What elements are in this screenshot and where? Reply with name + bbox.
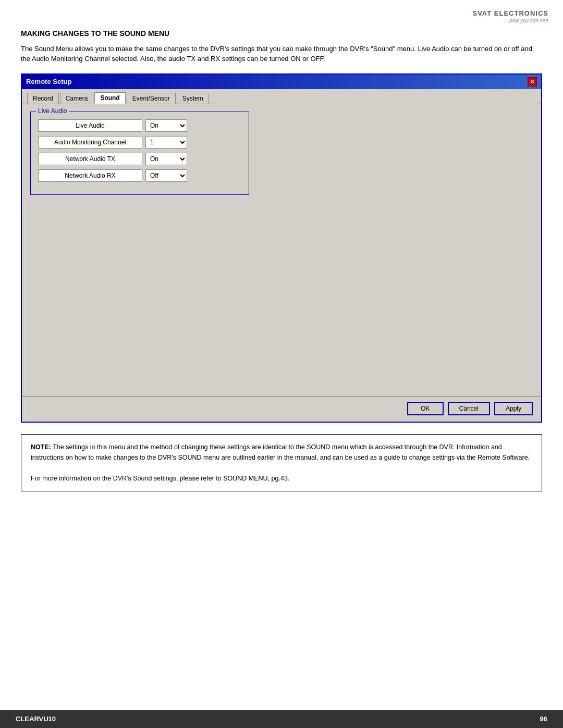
setting-select-3[interactable]: OnOff [145,169,187,182]
live-audio-group: Live Audio Live AudioOnOffAudio Monitori… [30,112,249,195]
setting-label: Audio Monitoring Channel [38,136,142,149]
tab-sound[interactable]: Sound [94,92,125,104]
body-text: The Sound Menu allows you to make the sa… [21,44,542,64]
setting-select-0[interactable]: OnOff [145,119,187,132]
note-text2: For more information on the DVR's Sound … [31,473,532,484]
setting-row: Network Audio RXOnOff [38,169,241,182]
page-content: Making Changes to the Sound Menu The Sou… [0,29,563,491]
ok-button[interactable]: OK [407,402,444,415]
tab-system[interactable]: System [177,93,209,104]
dialog-title: Remote Setup [26,78,71,85]
remote-setup-dialog: Remote Setup ✕ RecordCameraSoundEvent/Se… [21,73,542,423]
setting-select-2[interactable]: OnOff [145,153,187,165]
setting-row: Live AudioOnOff [38,119,241,132]
setting-label: Network Audio TX [38,153,142,165]
apply-button[interactable]: Apply [494,402,533,415]
setting-label: Network Audio RX [38,169,142,182]
section-heading: Making Changes to the Sound Menu [21,29,542,38]
setting-row: Audio Monitoring Channel1234 [38,136,241,149]
setting-label: Live Audio [38,119,142,132]
cancel-button[interactable]: Cancel [448,402,490,415]
tabs-bar: RecordCameraSoundEvent/SensorSystem [22,89,541,104]
note-text1: NOTE: The settings in this menu and the … [31,442,532,463]
note-box: NOTE: The settings in this menu and the … [21,434,542,491]
brand-logo: SVAT ELECTRONICS now you can see [472,9,548,24]
footer-product: CLEARVU10 [16,715,56,723]
dialog-body: Live Audio Live AudioOnOffAudio Monitori… [22,104,541,396]
dialog-footer: OKCancelApply [22,396,541,422]
setting-select-1[interactable]: 1234 [145,136,187,149]
brand-tagline: now you can see [472,18,548,24]
note-label: NOTE: [31,443,51,451]
page-footer: CLEARVU10 96 [0,710,563,728]
dialog-titlebar: Remote Setup ✕ [22,75,541,89]
tab-event-sensor[interactable]: Event/Sensor [127,93,176,104]
tab-camera[interactable]: Camera [60,93,94,104]
note-body1: The settings in this menu and the method… [31,443,530,461]
dialog-close-button[interactable]: ✕ [528,77,537,87]
page-header: SVAT ELECTRONICS now you can see [0,0,563,27]
setting-row: Network Audio TXOnOff [38,153,241,165]
footer-page: 96 [540,715,547,723]
group-box-label: Live Audio [36,107,69,115]
brand-name: SVAT ELECTRONICS [472,9,548,18]
tab-record[interactable]: Record [27,93,59,104]
